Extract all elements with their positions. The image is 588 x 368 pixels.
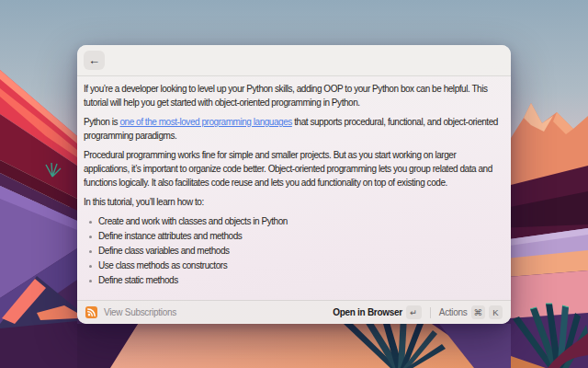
article-link[interactable]: one of the most-loved programming langua… [119,117,291,127]
view-subscriptions: View Subscriptions [85,306,176,318]
window-header: ← [77,45,511,76]
paragraph: If you’re a developer looking to level u… [84,82,503,109]
article-body: If you’re a developer looking to level u… [77,76,511,300]
article-reader-window: ← If you’re a developer looking to level… [77,45,511,324]
paragraph: In this tutorial, you’ll learn how to: [84,195,503,209]
list-item: Define static methods [98,273,503,288]
actions-label: Actions [439,307,468,317]
list-item: Define instance attributes and methods [98,229,503,244]
paragraph-text: Python is [84,117,119,127]
rss-icon [85,306,97,318]
footer-divider [430,307,431,318]
enter-keycap: ↵ [406,305,422,319]
actions-button[interactable]: Actions ⌘ K [439,305,503,319]
paragraph: Procedural programming works fine for si… [84,148,503,190]
view-subscriptions-label: View Subscriptions [104,307,176,317]
command-keycap: ⌘ [471,305,486,319]
k-keycap: K [489,305,503,319]
paragraph: Python is one of the most-loved programm… [84,115,503,143]
footer-actions: Open in Browser ↵ Actions ⌘ K [333,305,503,319]
list-item: Define class variables and methods [98,244,503,259]
back-button[interactable]: ← [84,51,105,70]
back-arrow-icon: ← [88,54,100,66]
list-item: Use class methods as constructors [98,259,503,273]
list-item: Create and work with classes and objects… [98,214,503,229]
window-footer: View Subscriptions Open in Browser ↵ Act… [77,300,511,324]
open-in-browser-button[interactable]: Open in Browser ↵ [333,305,422,319]
learning-goals-list: Create and work with classes and objects… [84,214,503,288]
sand-path [108,324,496,368]
open-in-browser-label: Open in Browser [333,307,402,317]
